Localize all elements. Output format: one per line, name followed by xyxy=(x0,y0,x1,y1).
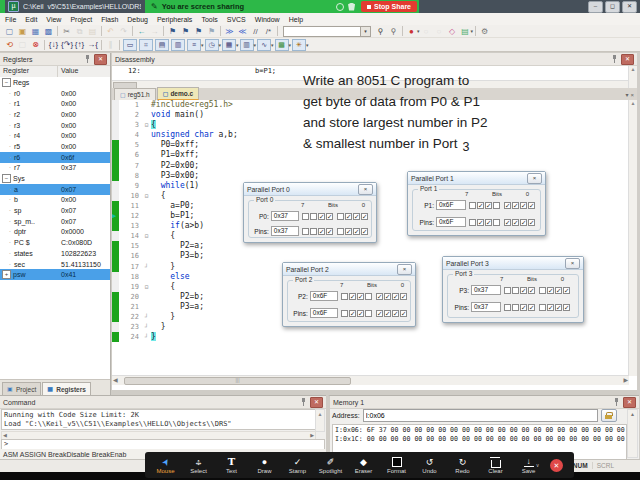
open-file-icon[interactable]: ▣ xyxy=(17,26,28,37)
port-register-bit-1-checkbox[interactable]: ✓ xyxy=(555,287,562,294)
bookmark-toggle-icon[interactable]: ⚑ xyxy=(167,26,178,37)
editor-hscrollbar[interactable]: ◀ ||| ▶ xyxy=(112,375,629,385)
menu-window[interactable]: Window xyxy=(255,16,280,23)
port-pins-bit-1-checkbox[interactable]: ✓ xyxy=(520,219,527,226)
port-register-bit-2-checkbox[interactable]: ✓ xyxy=(512,202,519,209)
port-register-bit-0-checkbox[interactable]: ✓ xyxy=(528,202,535,209)
restore-button[interactable]: ◻ xyxy=(605,1,620,13)
close-button[interactable]: ✕ xyxy=(622,1,637,13)
reset-icon[interactable]: ⟲ xyxy=(4,39,15,50)
port-register-bit-3-checkbox[interactable] xyxy=(539,287,546,294)
fold-marker[interactable]: ⊟ xyxy=(142,191,151,201)
chevron-down-icon[interactable]: ▾ xyxy=(471,28,474,34)
dialog-close-icon[interactable]: × xyxy=(527,173,542,184)
port-pins-bit-4-checkbox[interactable] xyxy=(365,310,372,317)
pin-icon[interactable] xyxy=(300,398,307,406)
port-register-bit-5-checkbox[interactable]: ✓ xyxy=(318,213,325,220)
chevron-down-icon[interactable]: ▾ xyxy=(201,42,204,48)
menu-debug[interactable]: Debug xyxy=(127,16,148,23)
port-pins-bit-4-checkbox[interactable] xyxy=(493,219,500,226)
menu-file[interactable]: File xyxy=(5,16,16,23)
chevron-down-icon[interactable]: ▾ xyxy=(271,42,274,48)
port-register-value-field[interactable]: 0x37 xyxy=(271,211,299,221)
unindent-icon[interactable]: ≪ xyxy=(237,26,248,37)
port-register-value-field[interactable]: 0x37 xyxy=(471,285,501,295)
kill-all-icon[interactable]: ⊗ xyxy=(30,39,41,50)
port-register-bit-0-checkbox[interactable]: ✓ xyxy=(361,213,368,220)
port-pins-bit-7-checkbox[interactable] xyxy=(469,219,476,226)
chevron-down-icon[interactable]: ▾ xyxy=(360,27,370,36)
chevron-down-icon[interactable]: ▾ xyxy=(254,42,257,48)
annotate-stamp-button[interactable]: ✓Stamp xyxy=(281,452,314,478)
port-pins-bit-6-checkbox[interactable]: ✓ xyxy=(477,219,484,226)
uncomment-icon[interactable]: /* xyxy=(263,26,274,37)
save-all-icon[interactable]: ▩ xyxy=(43,26,54,37)
port-pins-bit-0-checkbox[interactable]: ✓ xyxy=(563,304,570,311)
port-register-bit-5-checkbox[interactable]: ✓ xyxy=(357,293,364,300)
watch-window-icon[interactable]: ◷ xyxy=(205,39,219,51)
port-register-value-field[interactable]: 0x6F xyxy=(436,200,466,210)
command-window-icon[interactable]: ▭ xyxy=(123,39,137,51)
command-close-icon[interactable]: ✕ xyxy=(310,397,323,408)
register-row-b[interactable]: ·b0x00 xyxy=(0,195,110,206)
register-row-Regs[interactable]: −Regs xyxy=(0,77,110,88)
comment-icon[interactable]: // xyxy=(250,26,261,37)
collapse-icon[interactable]: − xyxy=(2,174,11,183)
port-pins-bit-7-checkbox[interactable] xyxy=(302,228,309,235)
port-register-bit-6-checkbox[interactable]: ✓ xyxy=(477,202,484,209)
register-row-r0[interactable]: ·r00x00 xyxy=(0,88,110,99)
port-register-bit-7-checkbox[interactable] xyxy=(302,213,309,220)
port-pins-bit-5-checkbox[interactable]: ✓ xyxy=(357,310,364,317)
menu-edit[interactable]: Edit xyxy=(25,16,37,23)
copy-icon[interactable]: ⧉ xyxy=(74,26,85,37)
pin-icon[interactable] xyxy=(611,55,618,63)
port-pins-bit-7-checkbox[interactable] xyxy=(341,310,348,317)
port-pins-bit-4-checkbox[interactable]: ✓ xyxy=(528,304,535,311)
port-register-bit-3-checkbox[interactable] xyxy=(337,213,344,220)
register-row-r4[interactable]: ·r40x00 xyxy=(0,130,110,141)
register-row-states[interactable]: ·states102822623 xyxy=(0,248,110,259)
chevron-down-icon[interactable]: ▾ xyxy=(306,42,309,48)
port-pins-bit-1-checkbox[interactable]: ✓ xyxy=(392,310,399,317)
analysis-window-icon[interactable]: ∿ xyxy=(257,39,271,51)
eraser-tool-icon[interactable]: ◇ xyxy=(447,26,458,37)
collapse-icon[interactable]: − xyxy=(2,78,11,87)
register-row-r6[interactable]: ·r60x6f xyxy=(0,152,110,163)
port-pins-bit-6-checkbox[interactable] xyxy=(512,304,519,311)
port-register-bit-1-checkbox[interactable]: ✓ xyxy=(392,293,399,300)
peripherals-dialog-icon[interactable]: ▩ xyxy=(275,39,289,51)
menu-help[interactable]: Help xyxy=(289,16,303,23)
port-register-bit-4-checkbox[interactable]: ✓ xyxy=(326,213,333,220)
port-register-bit-3-checkbox[interactable]: ✓ xyxy=(376,293,383,300)
port-pins-bit-2-checkbox[interactable]: ✓ xyxy=(512,219,519,226)
dialog-close-icon[interactable]: × xyxy=(565,258,580,269)
port-pins-value-field[interactable]: 0x37 xyxy=(271,226,299,236)
search-input[interactable] xyxy=(284,27,360,36)
annotate-select-button[interactable]: ↔↕Select xyxy=(182,452,215,478)
port-pins-bit-5-checkbox[interactable]: ✓ xyxy=(318,228,325,235)
port-register-bit-4-checkbox[interactable] xyxy=(365,293,372,300)
memory-row[interactable]: I:0x06: 6F 37 00 00 00 00 00 00 00 00 00… xyxy=(335,426,626,435)
disassembly-close-icon[interactable]: ✕ xyxy=(621,54,634,65)
annotate-draw-button[interactable]: ●Draw xyxy=(248,452,281,478)
mute-icon[interactable]: ● xyxy=(406,26,417,37)
bookmark-clear-icon[interactable]: ⚑ xyxy=(206,26,217,37)
memory-vscrollbar[interactable]: ▲ xyxy=(627,409,638,458)
indent-icon[interactable]: ≫ xyxy=(224,26,235,37)
port-pins-bit-0-checkbox[interactable]: ✓ xyxy=(528,219,535,226)
port-register-bit-5-checkbox[interactable]: ✓ xyxy=(485,202,492,209)
registers-close-icon[interactable]: ✕ xyxy=(94,54,107,65)
port-pins-bit-1-checkbox[interactable]: ✓ xyxy=(555,304,562,311)
step-into-icon[interactable]: {↓} xyxy=(48,39,59,50)
annotate-save-button[interactable]: ↓∨Save xyxy=(512,452,545,478)
step-out-icon[interactable]: {↑} xyxy=(74,39,85,50)
scroll-left-icon[interactable]: ◀ xyxy=(113,377,118,384)
annotate-spotlight-button[interactable]: ✐Spotlight xyxy=(314,452,347,478)
menu-tools[interactable]: Tools xyxy=(201,16,217,23)
disassembly-window-icon[interactable]: ⌗ xyxy=(139,39,153,51)
annotate-undo-button[interactable]: ↺Undo xyxy=(413,452,446,478)
close-document-icon[interactable]: × xyxy=(630,92,634,98)
menu-peripherals[interactable]: Peripherals xyxy=(157,16,192,23)
nav-forward-icon[interactable]: → xyxy=(149,26,160,37)
port-pins-bit-0-checkbox[interactable]: ✓ xyxy=(361,228,368,235)
